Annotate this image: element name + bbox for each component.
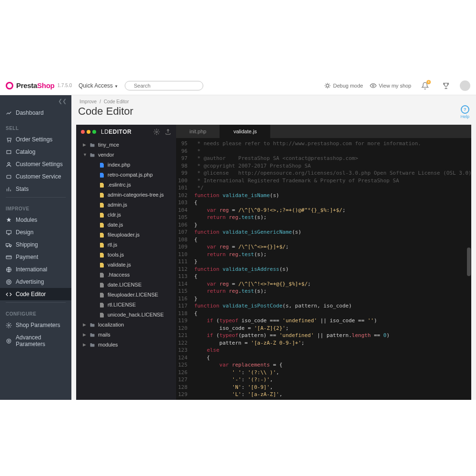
tree-row[interactable]: ▶modules (76, 340, 176, 350)
svg-point-16 (7, 279, 11, 284)
window-dot-max[interactable] (92, 130, 96, 134)
tree-row[interactable]: retro-compat.js.php (76, 170, 176, 180)
sidebar-item-payment[interactable]: Payment (0, 251, 71, 263)
user-avatar[interactable] (460, 80, 470, 91)
bug-icon (324, 82, 331, 89)
svg-point-11 (7, 246, 8, 247)
svg-rect-9 (7, 230, 11, 234)
trophy-icon (442, 82, 450, 89)
tree-row[interactable]: ▶tiny_mce (76, 140, 176, 150)
tree-row[interactable]: date.js (76, 220, 176, 230)
view-shop-button[interactable]: View my shop (370, 82, 411, 89)
bar-chart-icon (6, 186, 12, 192)
globe-icon (6, 267, 12, 273)
tree-row[interactable]: cldr.js (76, 210, 176, 220)
code-panel: init.php validate.js 9596979899100101102… (176, 125, 471, 400)
search-input[interactable] (134, 83, 199, 89)
sidebar-item-advertising[interactable]: Advertising (0, 276, 71, 288)
svg-point-5 (10, 141, 10, 142)
tree-row[interactable]: fileuploader.LICENSE (76, 290, 176, 300)
sidebar-item-modules[interactable]: Modules (0, 214, 71, 226)
file-panel: LDEDITOR ▶tiny_mce▼vendorindex.phpretro-… (76, 125, 176, 400)
sidebar-item-design[interactable]: Design (0, 226, 71, 238)
tab-validate[interactable]: validate.js (220, 125, 270, 138)
line-gutter: 9596979899100101102103104105106107108109… (176, 138, 191, 400)
tree-row[interactable]: ▶localization (76, 320, 176, 330)
content: Improve/Code Editor Code Editor ? Help L… (71, 95, 476, 400)
svg-point-2 (326, 84, 329, 87)
window-dot-close[interactable] (81, 130, 85, 134)
sidebar-section-sell: SELL (0, 119, 71, 133)
svg-rect-10 (6, 243, 10, 246)
settings-icon[interactable] (153, 129, 160, 135)
svg-rect-8 (7, 175, 11, 178)
tree-row[interactable]: ▼vendor (76, 150, 176, 160)
headset-icon (6, 174, 12, 180)
sidebar-item-customer-service[interactable]: Customer Service (0, 170, 71, 183)
tree-row[interactable]: index.php (76, 160, 176, 170)
code-area[interactable]: 9596979899100101102103104105106107108109… (176, 138, 471, 400)
sidebar-item-stats[interactable]: Stats (0, 183, 71, 195)
sidebar-item-customer-settings[interactable]: Customer Settings (0, 158, 71, 170)
notifications-button[interactable]: 0 (418, 79, 432, 93)
sidebar-item-catalog[interactable]: Catalog (0, 146, 71, 158)
svg-point-20 (8, 340, 10, 341)
gear-icon (6, 322, 12, 328)
sidebar-item-shipping[interactable]: Shipping (0, 238, 71, 251)
brand-logo-block: PrestaShop 1.7.5.0 (6, 81, 72, 89)
help-button[interactable]: ? Help (460, 105, 469, 119)
monitor-icon (6, 229, 12, 236)
svg-point-18 (8, 324, 10, 326)
tree-row[interactable]: ▶mails (76, 330, 176, 340)
quick-access-dropdown[interactable]: Quick Access ▼ (79, 82, 118, 89)
svg-point-4 (8, 141, 8, 142)
editor: LDEDITOR ▶tiny_mce▼vendorindex.phpretro-… (76, 125, 471, 400)
brand-logo-icon (6, 82, 13, 89)
tree-row[interactable]: rtl.LICENSE (76, 300, 176, 310)
svg-point-19 (7, 339, 11, 343)
code-icon (6, 291, 12, 298)
sidebar-item-advanced-parameters[interactable]: Advanced Parameters (0, 331, 71, 350)
eye-icon (370, 82, 377, 89)
tree-row[interactable]: .htaccess (76, 270, 176, 280)
svg-point-12 (10, 246, 11, 247)
export-icon[interactable] (165, 129, 171, 135)
svg-point-21 (156, 131, 158, 133)
sidebar-collapse-button[interactable]: ❮❮ (0, 95, 71, 107)
search-field[interactable] (125, 81, 203, 90)
brand-version: 1.7.5.0 (57, 83, 72, 88)
sidebar-item-international[interactable]: International (0, 263, 71, 276)
brand-text: PrestaShop (16, 81, 54, 89)
help-icon: ? (461, 105, 469, 114)
svg-point-17 (8, 281, 10, 283)
credit-card-icon (6, 254, 12, 260)
sidebar-item-shop-parameters[interactable]: Shop Parameters (0, 319, 71, 331)
sidebar-item-dashboard[interactable]: Dashboard (0, 107, 71, 119)
tree-row[interactable]: fileuploader.js (76, 230, 176, 240)
tree-row[interactable]: tools.js (76, 250, 176, 260)
sidebar: ❮❮ Dashboard SELL Order Settings Catalog… (0, 95, 71, 400)
sliders-icon (6, 338, 12, 344)
tree-row[interactable]: unicode_hack.LICENSE (76, 310, 176, 320)
user-icon (6, 161, 12, 168)
svg-point-7 (8, 162, 10, 164)
scrollbar-thumb[interactable] (467, 248, 471, 276)
tree-row[interactable]: admin-categories-tree.js (76, 190, 176, 200)
tree-row[interactable]: date.LICENSE (76, 280, 176, 290)
tree-row[interactable]: admin.js (76, 200, 176, 210)
target-icon (6, 279, 12, 285)
trophy-button[interactable] (439, 79, 453, 93)
sidebar-item-order-settings[interactable]: Order Settings (0, 133, 71, 146)
debug-mode-button[interactable]: Debug mode (324, 82, 363, 89)
tab-init[interactable]: init.php (176, 125, 220, 138)
tree-row[interactable]: .eslintrc.js (76, 180, 176, 190)
tree-row[interactable]: rtl.js (76, 240, 176, 250)
tree-row[interactable]: validate.js (76, 260, 176, 270)
truck-icon (6, 242, 12, 248)
sidebar-item-code-editor[interactable]: Code Editor (0, 288, 71, 300)
window-dot-min[interactable] (87, 130, 90, 134)
file-tree[interactable]: ▶tiny_mce▼vendorindex.phpretro-compat.js… (76, 139, 176, 400)
panel-header: LDEDITOR (76, 125, 176, 139)
code-lines: * needs please refer to http://www.prest… (191, 138, 471, 400)
topbar: PrestaShop 1.7.5.0 Quick Access ▼ Debug … (0, 76, 476, 95)
